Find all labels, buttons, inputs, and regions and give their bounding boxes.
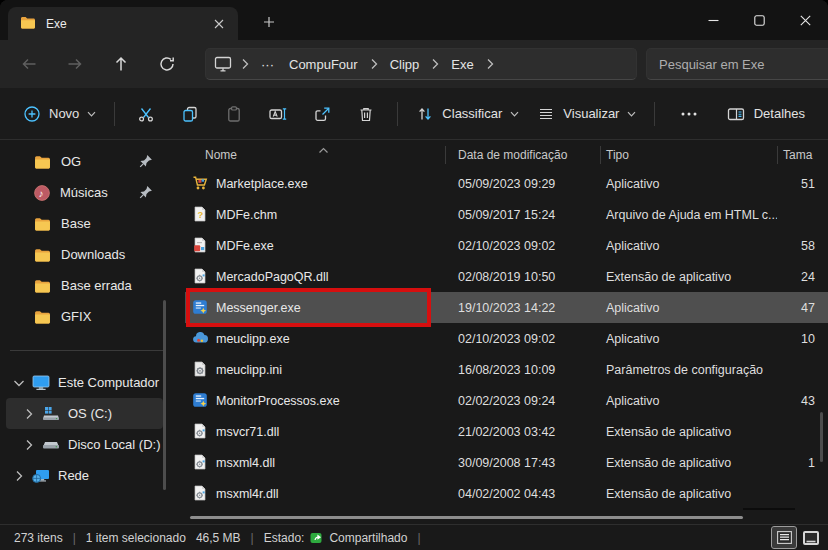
- toolbar-separator: [397, 102, 398, 126]
- chevron-down-icon[interactable]: [12, 379, 26, 387]
- sort-arrows-icon: [416, 105, 434, 123]
- back-button[interactable]: [12, 47, 46, 81]
- details-panel-icon: [726, 105, 746, 123]
- file-date-modified: 21/02/2003 03:42: [445, 425, 600, 439]
- maximize-button[interactable]: [736, 0, 782, 40]
- sidebar-tree-item-os-c[interactable]: OS (C:): [6, 398, 163, 429]
- details-view-toggle[interactable]: [772, 527, 796, 548]
- cart-file-icon: [192, 175, 209, 192]
- chevron-right-icon[interactable]: [12, 470, 26, 482]
- file-row-mercadopagoqr-dll[interactable]: MercadoPagoQR.dll02/08/2019 10:50Extensã…: [185, 261, 828, 292]
- column-separator[interactable]: [777, 146, 778, 164]
- paste-button[interactable]: [215, 96, 253, 132]
- selected-size: 46,5 MB: [196, 531, 241, 545]
- breadcrumb-segment-clipp[interactable]: Clipp: [387, 55, 423, 74]
- sidebar-item-gfix[interactable]: GFIX: [0, 301, 179, 332]
- breadcrumb-collapsed-segments[interactable]: ···: [258, 55, 277, 74]
- file-name: MonitorProcessos.exe: [216, 394, 340, 408]
- search-input[interactable]: Pesquisar em Exe: [646, 48, 828, 80]
- sidebar-tree-item-disco-local-d[interactable]: Disco Local (D:): [6, 429, 163, 460]
- sidebar-tree-item-rede[interactable]: Rede: [6, 460, 163, 491]
- more-options-button[interactable]: [667, 96, 711, 132]
- file-row-mdfe-chm[interactable]: ?MDFe.chm05/09/2017 15:24Arquivo de Ajud…: [185, 199, 828, 230]
- sidebar-item-base-errada[interactable]: Base errada: [0, 270, 179, 301]
- copy-button[interactable]: [171, 96, 209, 132]
- file-name-cell: meuclipp.ini: [185, 361, 445, 378]
- file-type: Parâmetros de configuração: [600, 363, 777, 377]
- sidebar-item-downloads[interactable]: Downloads: [0, 239, 179, 270]
- file-row-marketplace-exe[interactable]: Marketplace.exe05/09/2023 09:29Aplicativ…: [185, 168, 828, 199]
- column-header-date[interactable]: Data de modificação: [445, 148, 600, 162]
- explorer-tab[interactable]: Exe: [8, 7, 238, 40]
- horizontal-scrollbar-track[interactable]: [743, 508, 795, 510]
- vertical-scrollbar[interactable]: [820, 412, 823, 462]
- network-icon: [32, 468, 50, 484]
- file-row-msxml4r-dll[interactable]: msxml4r.dll04/02/2002 04:43Extensão de a…: [185, 478, 828, 509]
- share-button[interactable]: [303, 96, 341, 132]
- breadcrumb-chevron-icon: [486, 58, 494, 70]
- sidebar-item-label: Downloads: [61, 247, 125, 262]
- details-pane-button[interactable]: Detalhes: [717, 98, 814, 130]
- sidebar-item-m-sicas[interactable]: ♪Músicas: [0, 177, 179, 208]
- close-button[interactable]: [782, 0, 828, 40]
- tab-close-icon[interactable]: [208, 13, 230, 35]
- file-date-modified: 05/09/2017 15:24: [445, 208, 600, 222]
- rename-button[interactable]: [259, 96, 297, 132]
- sidebar-tree-item-este-computador[interactable]: Este Computador: [6, 367, 163, 398]
- file-name: msxml4.dll: [216, 456, 275, 470]
- breadcrumb-chevron-icon: [370, 58, 378, 70]
- file-row-msvcr71-dll[interactable]: msvcr71.dll21/02/2003 03:42Extensão de a…: [185, 416, 828, 447]
- file-row-monitorprocessos-exe[interactable]: MonitorProcessos.exe02/02/2023 09:24Apli…: [185, 385, 828, 416]
- file-date-modified: 30/09/2008 17:43: [445, 456, 600, 470]
- breadcrumb-chevron-icon: [431, 58, 439, 70]
- sidebar-item-base[interactable]: Base: [0, 208, 179, 239]
- delete-button[interactable]: [347, 96, 385, 132]
- file-row-msxml4-dll[interactable]: msxml4.dll30/09/2008 17:43Extensão de ap…: [185, 447, 828, 478]
- pin-icon: [139, 154, 153, 168]
- appblue-file-icon: [192, 392, 209, 409]
- column-headers: Nome Data de modificação Tipo Tama: [185, 142, 828, 168]
- breadcrumb-segment-exe[interactable]: Exe: [448, 55, 476, 74]
- refresh-button[interactable]: [150, 47, 184, 81]
- sidebar-scrollbar[interactable]: [163, 300, 166, 490]
- file-size: 58: [777, 239, 828, 253]
- minimize-button[interactable]: [690, 0, 736, 40]
- file-type: Aplicativo: [600, 332, 777, 346]
- column-header-type[interactable]: Tipo: [600, 148, 777, 162]
- forward-button[interactable]: [58, 47, 92, 81]
- folder-icon: [34, 279, 51, 293]
- file-row-meuclipp-exe[interactable]: meuclipp.exe02/10/2023 09:02Aplicativo10: [185, 323, 828, 354]
- chevron-right-icon[interactable]: [22, 408, 36, 420]
- up-button[interactable]: [104, 47, 138, 81]
- new-tab-button[interactable]: [254, 9, 284, 35]
- column-separator[interactable]: [600, 146, 601, 164]
- file-row-messenger-exe[interactable]: Messenger.exe19/10/2023 14:22Aplicativo4…: [185, 292, 828, 323]
- column-header-name[interactable]: Nome: [185, 148, 445, 162]
- sidebar-item-og[interactable]: OG: [0, 146, 179, 177]
- file-size: 24: [777, 270, 828, 284]
- selected-count: 1 item selecionado: [86, 531, 186, 545]
- breadcrumb-segment-compufour[interactable]: CompuFour: [286, 55, 361, 74]
- file-name-cell: Messenger.exe: [185, 299, 445, 316]
- folder-icon: [34, 217, 51, 231]
- file-type: Aplicativo: [600, 177, 777, 191]
- file-row-meuclipp-ini[interactable]: meuclipp.ini16/08/2023 10:09Parâmetros d…: [185, 354, 828, 385]
- appblue-file-icon: [192, 299, 209, 316]
- new-button[interactable]: Novo: [14, 98, 105, 130]
- cut-button[interactable]: [127, 96, 165, 132]
- thumbnail-view-toggle[interactable]: [799, 527, 823, 548]
- column-header-size[interactable]: Tama: [777, 148, 828, 162]
- shared-status-icon: [310, 532, 324, 544]
- state-label: Estado:: [264, 531, 305, 545]
- chevron-right-icon[interactable]: [22, 439, 36, 451]
- chevron-down-icon: [510, 111, 519, 117]
- file-row-mdfe-exe[interactable]: MDFe.exe02/10/2023 09:02Aplicativo58: [185, 230, 828, 261]
- view-button[interactable]: Visualizar: [528, 98, 645, 130]
- horizontal-scrollbar[interactable]: [190, 516, 743, 519]
- navigation-bar: ···CompuFourClippExe Pesquisar em Exe: [0, 40, 828, 88]
- column-separator[interactable]: [445, 146, 446, 164]
- tree-item-label: Este Computador: [58, 375, 159, 390]
- file-type: Arquivo de Ajuda em HTML c...: [600, 208, 777, 222]
- sort-button[interactable]: Classificar: [407, 98, 528, 130]
- address-bar[interactable]: ···CompuFourClippExe: [205, 48, 637, 80]
